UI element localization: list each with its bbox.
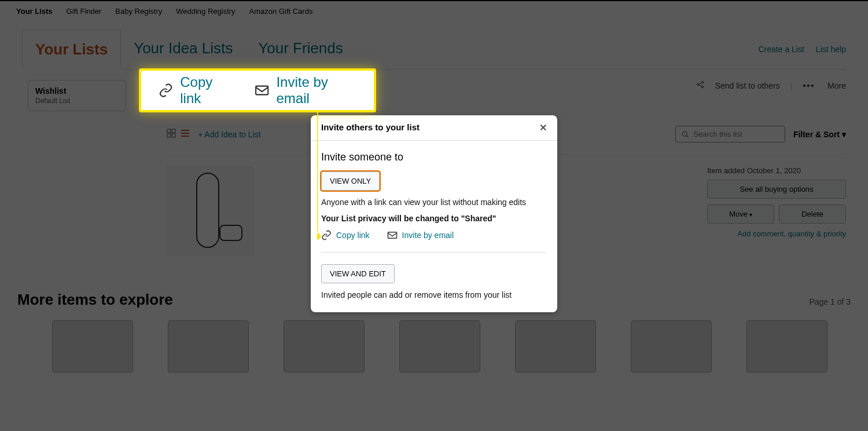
modal-divider bbox=[321, 252, 547, 253]
modal-title: Invite others to your list bbox=[321, 122, 420, 133]
privacy-note: Your List privacy will be changed to "Sh… bbox=[321, 214, 547, 223]
mail-icon bbox=[255, 82, 269, 98]
close-icon[interactable]: ✕ bbox=[539, 122, 547, 133]
highlight-copy-label: Copy link bbox=[180, 74, 231, 107]
leader-line bbox=[317, 112, 334, 240]
invite-modal: Invite others to your list ✕ Invite some… bbox=[311, 115, 557, 312]
link-icon bbox=[159, 82, 173, 98]
svg-rect-17 bbox=[388, 232, 396, 239]
svg-point-16 bbox=[317, 232, 321, 240]
modal-heading: Invite someone to bbox=[321, 151, 547, 163]
view-edit-note: Invited people can add or remove items f… bbox=[321, 290, 547, 299]
svg-rect-14 bbox=[256, 86, 268, 95]
invite-email-label: Invite by email bbox=[402, 231, 454, 240]
copy-link-label: Copy link bbox=[336, 231, 370, 240]
modal-header: Invite others to your list ✕ bbox=[311, 115, 557, 141]
invite-email-button[interactable]: Invite by email bbox=[387, 230, 454, 240]
view-and-edit-button[interactable]: VIEW AND EDIT bbox=[321, 264, 395, 283]
highlight-copy-link: Copy link bbox=[159, 74, 231, 107]
mail-icon bbox=[387, 230, 398, 240]
view-only-note: Anyone with a link can view your list wi… bbox=[321, 198, 547, 207]
highlight-invite-label: Invite by email bbox=[276, 74, 356, 107]
highlight-callout: Copy link Invite by email bbox=[139, 68, 376, 112]
share-links: Copy link Invite by email bbox=[321, 230, 547, 240]
highlight-invite-email: Invite by email bbox=[255, 74, 356, 107]
